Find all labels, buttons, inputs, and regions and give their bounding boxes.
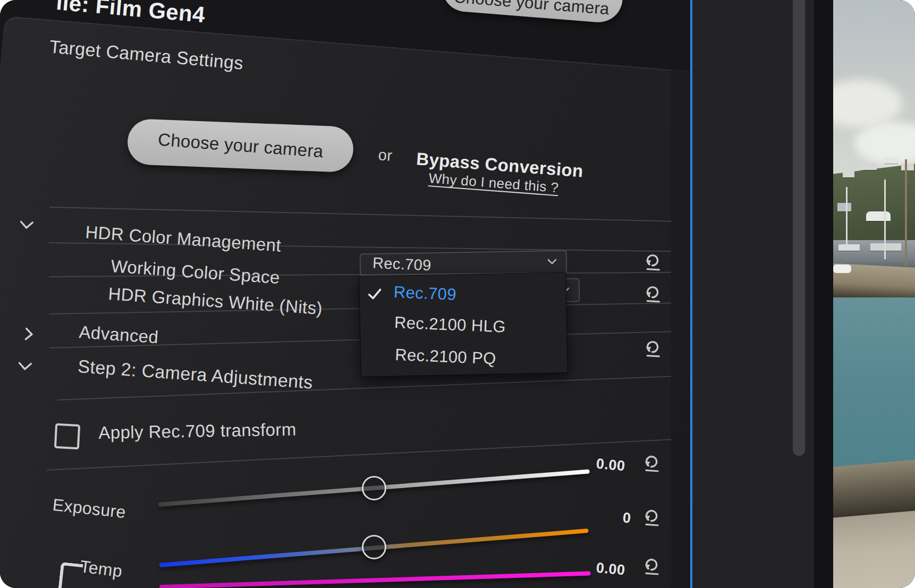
reset-icon[interactable] [643, 253, 664, 272]
menu-item-rec2100pq[interactable]: Rec.2100 PQ [361, 338, 567, 374]
temp-slider-handle[interactable] [362, 535, 386, 559]
tint-value[interactable]: 0.00 [596, 560, 626, 579]
choose-camera-button[interactable]: Choose your camera [127, 118, 354, 173]
advanced-section-chevron-right-icon[interactable] [22, 326, 36, 343]
working-color-space-value: Rec.709 [372, 254, 431, 275]
choose-camera-button-label: Choose your camera [157, 130, 324, 162]
marketing-canvas: ile: Film Gen4 Choose your camera Target… [0, 0, 915, 588]
menu-item-label: Rec.2100 HLG [394, 313, 506, 336]
menu-item-label: Rec.709 [393, 283, 457, 304]
apply-rec709-checkbox[interactable] [54, 423, 80, 449]
menu-item-rec2100hlg[interactable]: Rec.2100 HLG [360, 306, 566, 343]
reset-icon[interactable] [643, 285, 664, 304]
reset-icon[interactable] [642, 454, 663, 473]
reset-icon[interactable] [643, 339, 664, 359]
temp-value[interactable]: 0 [622, 509, 632, 526]
hdr-section-chevron-down-icon[interactable] [18, 217, 35, 233]
choose-camera-button-top-label: Choose your camera [453, 0, 610, 19]
color-space-dropdown-menu: Rec.709 Rec.2100 HLG Rec.2100 PQ [359, 272, 568, 377]
reset-icon[interactable] [642, 508, 663, 527]
step2-section-chevron-down-icon[interactable] [16, 359, 33, 374]
panel-photo-separator [814, 0, 833, 588]
program-monitor-photo [833, 0, 915, 588]
photo-pavement [833, 510, 915, 588]
corner-bracket-glyph [58, 562, 83, 588]
dropdown-caret-icon [547, 257, 557, 266]
app-frame: ile: Film Gen4 Choose your camera Target… [0, 0, 915, 588]
or-text: or [378, 146, 393, 165]
photo-sea [833, 297, 915, 478]
panel-right-gutter [671, 0, 690, 588]
neighbor-panel [692, 0, 833, 588]
photo-boat [833, 265, 851, 273]
vertical-scrollbar[interactable] [793, 0, 805, 456]
checkmark-icon [367, 287, 384, 302]
apply-rec709-label: Apply Rec.709 transform [98, 420, 296, 443]
settings-panel-area: ile: Film Gen4 Choose your camera Target… [0, 0, 692, 588]
menu-item-rec709[interactable]: Rec.709 [359, 275, 566, 311]
active-panel-blue-edge [690, 0, 692, 588]
reset-icon[interactable] [642, 557, 663, 576]
menu-item-label: Rec.2100 PQ [395, 345, 497, 369]
choose-camera-button-top[interactable]: Choose your camera [440, 0, 624, 24]
exposure-slider-handle[interactable] [362, 476, 386, 500]
exposure-value[interactable]: 0.00 [596, 456, 626, 475]
